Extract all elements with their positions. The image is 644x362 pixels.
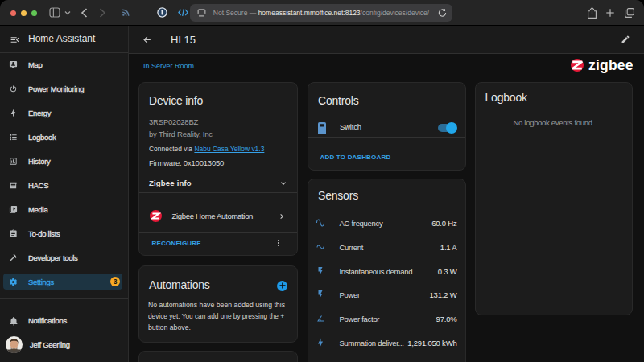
svg-text:zigbee: zigbee bbox=[588, 57, 633, 73]
